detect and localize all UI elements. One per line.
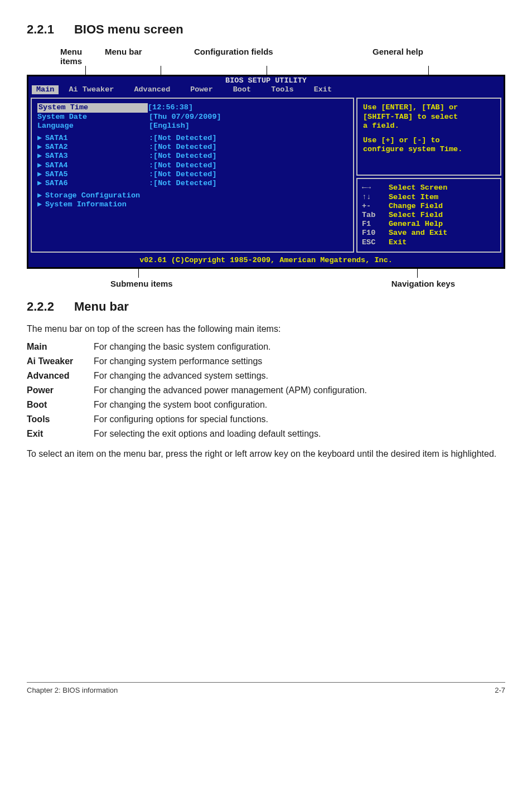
section-number: 2.2.2 (27, 299, 54, 314)
callout-ticks-bottom (27, 269, 505, 278)
def-term: Tools (27, 412, 94, 427)
triangle-icon: ▶ (37, 161, 45, 170)
triangle-icon: ▶ (37, 152, 45, 161)
definitions-table: MainFor changing the basic system config… (27, 340, 374, 441)
bios-tab-exit: Exit (304, 85, 342, 94)
triangle-icon: ▶ (37, 134, 45, 143)
callout-labels-bottom: Submenu items Navigation keys (27, 279, 505, 288)
def-term: Boot (27, 398, 94, 412)
def-desc: For changing the basic system configurat… (94, 340, 374, 354)
callout-labels-top: Menu items Menu bar Configuration fields… (27, 47, 505, 66)
field-system-info: System Information (45, 200, 157, 209)
field-sata-value: :[Not Detected] (149, 134, 217, 143)
def-term: Advanced (27, 369, 94, 383)
triangle-icon: ▶ (37, 179, 45, 188)
section-title: BIOS menu screen (74, 22, 183, 37)
field-sata-value: :[Not Detected] (149, 179, 217, 188)
field-sata-value: :[Not Detected] (149, 152, 217, 161)
nav-key-arrows-lr: ←→ (362, 183, 389, 192)
nav-action: General Help (389, 220, 443, 229)
field-system-date-label: System Date (37, 113, 149, 122)
bios-screenshot: BIOS SETUP UTILITY Main Ai Tweaker Advan… (27, 75, 505, 269)
label-submenu-items: Submenu items (27, 279, 173, 288)
label-menu-bar: Menu bar (105, 47, 194, 66)
field-system-time-label: System Time (37, 103, 148, 112)
footer-left: Chapter 2: BIOS information (27, 686, 118, 694)
help-text: [SHIFT-TAB] to select (363, 113, 495, 122)
def-desc: For changing the system boot configurati… (94, 398, 374, 412)
def-term: Ai Tweaker (27, 354, 94, 369)
def-term: Main (27, 340, 94, 354)
field-sata-label: SATA6 (45, 179, 149, 188)
field-system-date-value: [Thu 07/09/2009] (149, 113, 221, 122)
field-language-label: Language (37, 122, 149, 131)
def-term: Exit (27, 427, 94, 441)
field-sata-value: :[Not Detected] (149, 143, 217, 152)
nav-action: Exit (389, 238, 407, 247)
def-desc: For changing the advanced power manageme… (94, 383, 374, 398)
nav-key-tab: Tab (362, 211, 389, 220)
field-sata-value: :[Not Detected] (149, 170, 217, 179)
field-sata-label: SATA5 (45, 170, 149, 179)
footer-right: 2-7 (495, 686, 505, 694)
bios-tab-advanced: Advanced (124, 85, 180, 94)
def-desc: For changing the advanced system setting… (94, 369, 374, 383)
section-heading-2: 2.2.2 Menu bar (27, 299, 505, 314)
page-footer: Chapter 2: BIOS information 2-7 (27, 682, 505, 694)
field-sata-label: SATA3 (45, 152, 149, 161)
triangle-icon: ▶ (37, 143, 45, 152)
def-term: Power (27, 383, 94, 398)
label-navigation-keys: Navigation keys (391, 279, 505, 288)
help-text: Use [ENTER], [TAB] or (363, 103, 495, 112)
bios-title: BIOS SETUP UTILITY (28, 76, 504, 85)
section-number: 2.2.1 (27, 22, 54, 37)
field-sata-label: SATA2 (45, 143, 149, 152)
def-desc: For selecting the exit options and loadi… (94, 427, 374, 441)
section-heading-1: 2.2.1 BIOS menu screen (27, 22, 505, 37)
help-text: Use [+] or [-] to (363, 136, 495, 145)
field-storage-config: Storage Configuration (45, 191, 157, 200)
bios-tab-aitweaker: Ai Tweaker (59, 85, 124, 94)
nav-key-f1: F1 (362, 220, 389, 229)
field-sata-label: SATA4 (45, 161, 149, 170)
nav-action: Select Screen (389, 183, 447, 192)
label-general-help: General help (322, 47, 505, 66)
bios-left-panel: System Time [12:56:38] System Date [Thu … (31, 98, 354, 252)
nav-key-f10: F10 (362, 229, 389, 238)
triangle-icon: ▶ (37, 170, 45, 179)
nav-action: Save and Exit (389, 229, 447, 238)
def-desc: For changing system performance settings (94, 354, 374, 369)
bios-help-panel: Use [ENTER], [TAB] or [SHIFT-TAB] to sel… (356, 98, 501, 176)
help-text: a field. (363, 122, 495, 131)
nav-key-plusminus: +- (362, 202, 389, 211)
nav-key-esc: ESC (362, 238, 389, 247)
field-sata-value: :[Not Detected] (149, 161, 217, 170)
triangle-icon: ▶ (37, 200, 45, 209)
field-sata-label: SATA1 (45, 134, 149, 143)
bios-nav-panel: ←→Select Screen ↑↓Select Item +-Change F… (356, 178, 501, 252)
label-config-fields: Configuration fields (194, 47, 322, 66)
triangle-icon: ▶ (37, 191, 45, 200)
nav-key-arrows-ud: ↑↓ (362, 193, 389, 202)
bios-tab-power: Power (180, 85, 223, 94)
label-menu-items: Menu items (27, 47, 105, 66)
def-desc: For configuring options for special func… (94, 412, 374, 427)
bios-tab-main: Main (32, 85, 59, 94)
callout-ticks-top (27, 66, 505, 75)
bios-tab-boot: Boot (223, 85, 261, 94)
nav-action: Change Field (389, 202, 443, 211)
bios-copyright: v02.61 (C)Copyright 1985-2009, American … (28, 255, 504, 267)
help-text: configure system Time. (363, 145, 495, 154)
section-title: Menu bar (74, 299, 129, 314)
nav-action: Select Item (389, 193, 438, 202)
nav-action: Select Field (389, 211, 443, 220)
bios-menu-bar: Main Ai Tweaker Advanced Power Boot Tool… (28, 85, 504, 95)
paragraph: The menu bar on top of the screen has th… (27, 324, 505, 334)
field-system-time-value: [12:56:38] (148, 103, 193, 112)
field-language-value: [English] (149, 122, 190, 131)
bios-tab-tools: Tools (261, 85, 304, 94)
paragraph: To select an item on the menu bar, press… (27, 449, 505, 459)
